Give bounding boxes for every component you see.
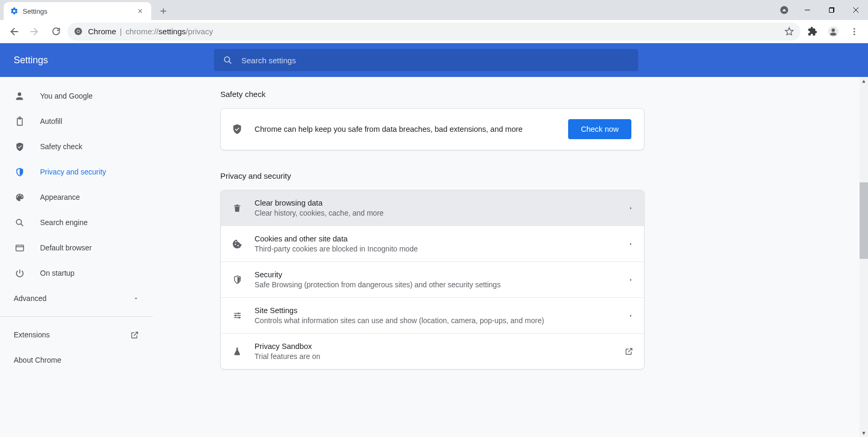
person-icon	[14, 91, 25, 101]
svg-rect-15	[238, 313, 239, 314]
shield-check-icon	[14, 142, 25, 152]
check-now-button[interactable]: Check now	[568, 119, 631, 139]
svg-rect-16	[235, 315, 236, 316]
url-path: /privacy	[186, 27, 213, 36]
external-link-icon	[625, 347, 633, 356]
svg-rect-14	[16, 245, 23, 250]
row-title: Cookies and other site data	[255, 235, 418, 243]
settings-body: You and Google Autofill Safety check Pri…	[0, 77, 868, 437]
extensions-icon[interactable]	[803, 22, 822, 41]
sidebar-item-you-and-google[interactable]: You and Google	[0, 83, 153, 109]
sidebar-item-on-startup[interactable]: On startup	[0, 260, 153, 286]
window-close-button[interactable]	[844, 0, 868, 20]
scroll-up-icon[interactable]: ▲	[861, 78, 866, 84]
chevron-right-icon	[628, 241, 633, 247]
sidebar-item-appearance[interactable]: Appearance	[0, 184, 153, 210]
window-minimize-button[interactable]	[795, 0, 820, 20]
row-title: Clear browsing data	[255, 199, 384, 207]
extensions-label: Extensions	[14, 331, 50, 339]
svg-point-7	[832, 28, 835, 32]
sidebar-advanced-toggle[interactable]: Advanced	[0, 286, 153, 311]
tab-title: Settings	[23, 7, 47, 15]
sidebar-item-label: Safety check	[40, 142, 82, 151]
address-bar[interactable]: Chrome | chrome://settings/privacy	[67, 23, 801, 41]
settings-sidebar: You and Google Autofill Safety check Pri…	[0, 77, 153, 437]
row-subtitle: Clear history, cookies, cache, and more	[255, 209, 384, 217]
sidebar-item-label: Privacy and security	[40, 168, 106, 176]
search-icon	[14, 218, 25, 228]
sidebar-item-safety-check[interactable]: Safety check	[0, 134, 153, 159]
sidebar-item-label: You and Google	[40, 92, 93, 100]
svg-point-5	[77, 30, 79, 32]
cookie-icon	[231, 239, 243, 249]
forward-button[interactable]	[25, 22, 44, 41]
bookmark-star-icon[interactable]	[784, 26, 794, 36]
privacy-security-heading: Privacy and security	[220, 171, 645, 180]
address-bar-url: Chrome | chrome://settings/privacy	[88, 27, 213, 36]
settings-search[interactable]	[214, 49, 638, 71]
scrollbar-thumb[interactable]	[860, 182, 868, 259]
svg-point-12	[18, 92, 22, 96]
sidebar-item-autofill[interactable]: Autofill	[0, 109, 153, 134]
clipboard-icon	[14, 116, 25, 127]
settings-search-input[interactable]	[241, 56, 630, 65]
sidebar-item-extensions[interactable]: Extensions	[0, 322, 153, 347]
sidebar-item-label: Default browser	[40, 244, 92, 252]
row-site-settings[interactable]: Site Settings Controls what information …	[221, 297, 644, 333]
row-clear-browsing-data[interactable]: Clear browsing data Clear history, cooki…	[221, 190, 644, 226]
new-tab-button[interactable]	[155, 3, 171, 19]
sidebar-item-label: Search engine	[40, 218, 87, 227]
row-title: Privacy Sandbox	[255, 342, 320, 351]
svg-point-10	[854, 33, 855, 35]
svg-rect-2	[830, 8, 834, 13]
tab-close-button[interactable]	[134, 5, 146, 17]
reload-button[interactable]	[46, 22, 65, 41]
row-subtitle: Controls what information sites can use …	[255, 316, 544, 325]
palette-icon	[14, 192, 25, 202]
sidebar-item-label: Autofill	[40, 117, 62, 125]
profile-badge-icon[interactable]	[776, 2, 792, 18]
row-security[interactable]: Security Safe Browsing (protection from …	[221, 261, 644, 297]
browser-window-icon	[14, 243, 25, 253]
sidebar-item-about-chrome[interactable]: About Chrome	[0, 347, 153, 373]
sidebar-item-default-browser[interactable]: Default browser	[0, 235, 153, 260]
svg-point-11	[225, 57, 230, 62]
row-cookies[interactable]: Cookies and other site data Third-party …	[221, 226, 644, 261]
settings-gear-icon	[10, 7, 18, 15]
url-prefix: chrome://	[125, 27, 159, 36]
browser-toolbar: Chrome | chrome://settings/privacy	[0, 20, 868, 43]
chevron-right-icon	[628, 206, 633, 211]
about-label: About Chrome	[14, 356, 61, 364]
search-icon	[222, 55, 233, 65]
settings-title: Settings	[14, 55, 214, 66]
scroll-down-icon[interactable]: ▼	[861, 430, 866, 436]
window-controls	[776, 0, 868, 20]
sidebar-item-privacy-security[interactable]: Privacy and security	[0, 159, 153, 184]
window-maximize-button[interactable]	[820, 0, 844, 20]
settings-header: Settings	[0, 43, 868, 77]
row-subtitle: Trial features are on	[255, 352, 320, 361]
sidebar-separator	[0, 316, 153, 317]
page-scrollbar[interactable]: ▲ ▼	[860, 77, 868, 437]
trash-icon	[231, 203, 243, 213]
privacy-security-card: Clear browsing data Clear history, cooki…	[220, 190, 645, 370]
chevron-right-icon	[628, 277, 633, 283]
settings-main: Safety check Chrome can help keep you sa…	[153, 77, 868, 437]
chevron-down-icon	[133, 295, 139, 302]
sidebar-item-search-engine[interactable]: Search engine	[0, 210, 153, 235]
row-subtitle: Third-party cookies are blocked in Incog…	[255, 245, 418, 253]
power-icon	[14, 268, 25, 278]
tune-icon	[231, 310, 243, 321]
back-button[interactable]	[4, 22, 23, 41]
shield-outline-icon	[231, 275, 243, 285]
svg-point-13	[16, 219, 22, 225]
svg-rect-17	[238, 317, 239, 318]
chrome-menu-button[interactable]	[845, 22, 864, 41]
row-subtitle: Safe Browsing (protection from dangerous…	[255, 280, 501, 289]
row-privacy-sandbox[interactable]: Privacy Sandbox Trial features are on	[221, 333, 644, 369]
flask-icon	[231, 346, 243, 357]
browser-tab[interactable]: Settings	[4, 2, 151, 20]
profile-avatar-icon[interactable]	[824, 22, 843, 41]
svg-point-9	[854, 31, 855, 32]
svg-point-8	[854, 28, 855, 30]
